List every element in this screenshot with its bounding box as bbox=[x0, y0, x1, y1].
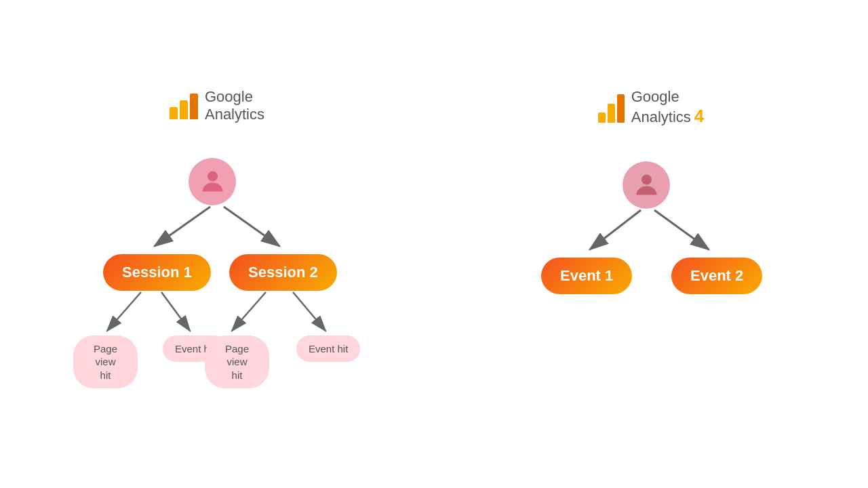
left-panel: Google Analytics bbox=[0, 0, 434, 488]
svg-line-4 bbox=[161, 292, 190, 331]
left-tree: Session 1 Session 2 Page viewhit Event h… bbox=[54, 158, 380, 415]
ga4-logo-analytics: Analytics bbox=[631, 108, 691, 126]
ga4-logo: Google Analytics 4 bbox=[598, 88, 705, 127]
ga4-logo-number: 4 bbox=[694, 106, 704, 127]
svg-line-6 bbox=[293, 292, 326, 331]
ga-logo-text: Google Analytics bbox=[205, 88, 264, 124]
ga-logo-google: Google bbox=[205, 88, 264, 106]
event-2-pill: Event 2 bbox=[671, 258, 762, 294]
svg-line-10 bbox=[654, 210, 709, 249]
main-container: Google Analytics bbox=[0, 0, 868, 488]
svg-point-7 bbox=[208, 171, 218, 182]
svg-point-11 bbox=[642, 175, 652, 185]
svg-line-3 bbox=[107, 292, 141, 331]
svg-line-5 bbox=[232, 292, 266, 331]
ga-logo-analytics: Analytics bbox=[205, 106, 264, 123]
event-1-pill: Event 1 bbox=[541, 258, 632, 294]
right-user-avatar bbox=[623, 161, 670, 209]
svg-line-9 bbox=[590, 210, 641, 249]
svg-line-1 bbox=[155, 207, 210, 246]
ga4-bars-icon bbox=[598, 93, 625, 123]
ga4-logo-text: Google Analytics 4 bbox=[631, 88, 705, 127]
hit-pageview-1: Page viewhit bbox=[73, 336, 138, 389]
right-tree: Event 1 Event 2 bbox=[522, 161, 780, 351]
left-user-avatar bbox=[189, 158, 236, 205]
session-2-pill: Session 2 bbox=[229, 254, 337, 291]
ga-bars-icon bbox=[170, 92, 198, 119]
ga4-logo-google: Google bbox=[631, 88, 705, 106]
svg-line-2 bbox=[224, 207, 279, 246]
session-1-pill: Session 1 bbox=[103, 254, 211, 291]
hit-event-2: Event hit bbox=[296, 336, 360, 363]
hit-pageview-2: Page viewhit bbox=[205, 336, 269, 389]
ga-logo: Google Analytics bbox=[170, 88, 264, 124]
right-panel: Google Analytics 4 bbox=[434, 0, 868, 488]
